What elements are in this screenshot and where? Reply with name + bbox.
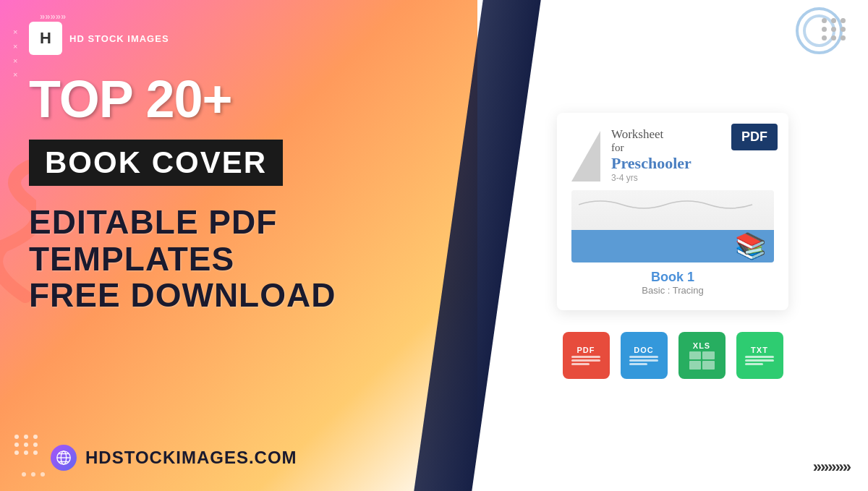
- xls-format-icon: XLS: [678, 332, 726, 379]
- left-content: H HD STOCK IMAGES TOP 20+ BOOK COVER EDI…: [0, 0, 492, 491]
- dots-bottom-left: [14, 435, 39, 455]
- bottom-right-chevrons: »»»»»: [813, 458, 850, 477]
- book-cover-badge: BOOK COVER: [29, 140, 283, 186]
- pdf-format-icon: PDF: [563, 332, 610, 379]
- triangle-deco: [571, 131, 600, 182]
- book-number: Book 1: [571, 270, 774, 285]
- book-title-area: Worksheet for Preschooler 3-4 yrs: [611, 127, 692, 183]
- book-preview-card: PDF Worksheet for Preschooler 3-4 yrs 📚: [557, 113, 788, 310]
- website-url-text: HDSTOCKIMAGES.COM: [85, 448, 297, 468]
- logo-area: H HD STOCK IMAGES: [29, 22, 463, 55]
- website-url-area: HDSTOCKIMAGES.COM: [51, 445, 297, 471]
- editable-line2: FREE DOWNLOAD: [29, 276, 336, 314]
- ws-preschooler: Preschooler: [611, 154, 692, 173]
- globe-icon: [51, 445, 77, 471]
- book-info: Book 1 Basic : Tracing: [571, 270, 774, 296]
- book-subtitle: Basic : Tracing: [571, 285, 774, 296]
- book-illustration: 📚: [571, 190, 774, 262]
- blue-bar: 📚: [571, 230, 774, 262]
- girl-reading-icon: 📚: [735, 231, 767, 261]
- x-marks-deco: × × × ×: [13, 25, 17, 82]
- logo-letter: H: [40, 29, 51, 48]
- editable-pdf-text: EDITABLE PDF TEMPLATES FREE DOWNLOAD: [29, 204, 463, 314]
- top-arrows-deco: »»»»»: [40, 11, 66, 22]
- format-icons-row: PDF DOC XLS TXT: [563, 332, 783, 379]
- ws-age: 3-4 yrs: [611, 173, 692, 183]
- editable-line1: EDITABLE PDF TEMPLATES: [29, 203, 277, 278]
- headline-top: TOP 20+: [29, 73, 463, 125]
- doc-format-icon: DOC: [621, 332, 668, 379]
- logo-text: HD STOCK IMAGES: [69, 33, 169, 44]
- txt-format-icon: TXT: [736, 332, 783, 379]
- ws-title-line2: for: [611, 142, 692, 154]
- pdf-badge: PDF: [731, 124, 778, 150]
- logo-box: H: [29, 22, 62, 55]
- dots-top-right: [822, 18, 846, 40]
- right-content: PDF Worksheet for Preschooler 3-4 yrs 📚: [477, 0, 868, 491]
- ws-title-line1: Worksheet: [611, 127, 692, 142]
- dots-bottom-left-2: [22, 472, 46, 477]
